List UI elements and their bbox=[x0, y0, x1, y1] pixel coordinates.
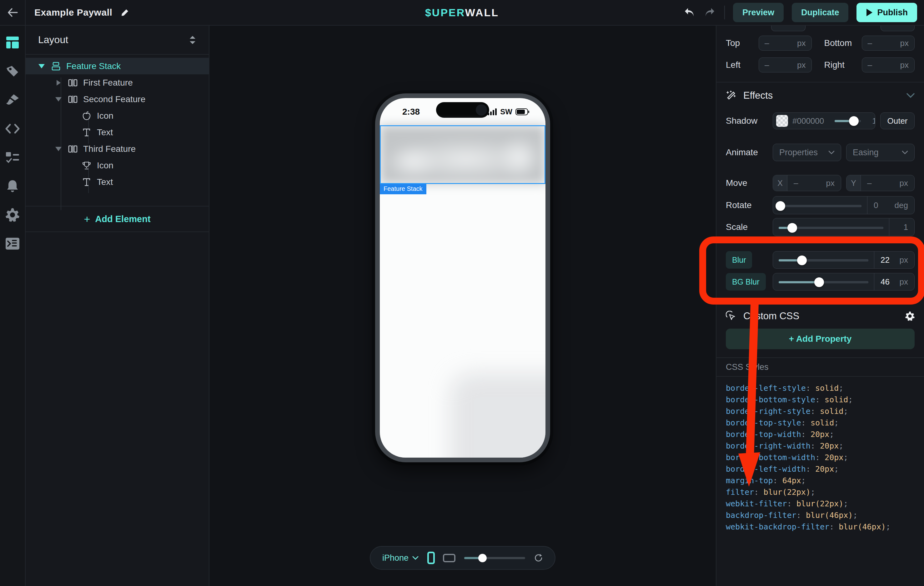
portrait-orientation-button[interactable] bbox=[427, 551, 435, 564]
iphone-screen[interactable]: 2:38 SW Feature Stack bbox=[380, 98, 546, 458]
layout-panel-title: Layout bbox=[38, 34, 68, 46]
columns-icon bbox=[68, 145, 78, 153]
effects-section-title: Effects bbox=[743, 90, 773, 101]
columns-icon bbox=[68, 95, 78, 104]
inspector-panel: Top –px Bottom –px Left –px Right –px bbox=[716, 26, 924, 586]
sort-toggle-icon[interactable] bbox=[189, 35, 196, 44]
status-bar-time: 2:38 bbox=[402, 107, 420, 117]
preview-button[interactable]: Preview bbox=[733, 3, 784, 22]
animate-label: Animate bbox=[726, 147, 773, 158]
refresh-icon[interactable] bbox=[534, 553, 543, 563]
add-property-button[interactable]: + Add Property bbox=[726, 329, 915, 349]
tree-item-label: Feature Stack bbox=[66, 61, 120, 71]
blur-slider[interactable] bbox=[773, 252, 874, 268]
redo-icon[interactable] bbox=[704, 7, 716, 18]
tree-item-text[interactable]: Text bbox=[26, 174, 209, 190]
device-selector[interactable]: iPhone bbox=[382, 553, 419, 563]
tree-item-icon[interactable]: Icon bbox=[26, 157, 209, 174]
cursor-click-icon bbox=[726, 311, 736, 321]
tree-item-second-feature[interactable]: Second Feature bbox=[26, 91, 209, 107]
edit-pencil-icon[interactable] bbox=[120, 8, 130, 17]
status-bar-right: SW bbox=[488, 107, 529, 116]
css-line: margin-top: 64px; bbox=[726, 475, 915, 486]
caret-down-icon[interactable] bbox=[54, 146, 63, 152]
rail-tag-icon[interactable] bbox=[3, 62, 22, 81]
left-input[interactable]: –px bbox=[759, 58, 812, 72]
rotate-control-group: 0deg bbox=[773, 196, 915, 214]
css-code-block[interactable]: border-left-style: solid; border-bottom-… bbox=[726, 382, 915, 533]
tree-item-first-feature[interactable]: First Feature bbox=[26, 74, 209, 91]
rotate-slider[interactable] bbox=[773, 197, 867, 214]
scale-value[interactable]: 1 bbox=[889, 222, 914, 232]
top-bar: Example Paywall $UPERWALL Preview Duplic… bbox=[0, 0, 924, 26]
caret-down-icon[interactable] bbox=[38, 63, 46, 69]
top-label: Top bbox=[726, 38, 759, 48]
stack-icon bbox=[51, 61, 61, 71]
selection-outline bbox=[380, 125, 546, 184]
effects-collapse-chevron[interactable] bbox=[906, 93, 915, 98]
animate-properties-select[interactable]: Properties bbox=[773, 144, 841, 161]
right-input[interactable]: –px bbox=[862, 58, 915, 72]
undo-icon[interactable] bbox=[683, 7, 696, 18]
trophy-icon bbox=[81, 161, 92, 170]
carrier-label: SW bbox=[500, 107, 512, 116]
scale-slider[interactable] bbox=[773, 219, 889, 235]
tree-item-third-feature[interactable]: Third Feature bbox=[26, 141, 209, 157]
device-toolbar: iPhone bbox=[370, 546, 556, 570]
custom-css-settings-gear-icon[interactable] bbox=[905, 311, 915, 321]
publish-button[interactable]: Publish bbox=[856, 3, 917, 22]
bottom-label: Bottom bbox=[824, 38, 862, 48]
move-x-input[interactable]: X –px bbox=[773, 175, 841, 191]
rail-checklist-icon[interactable] bbox=[3, 148, 22, 167]
bg-blur-value[interactable]: 46px bbox=[874, 277, 914, 287]
blur-control-group: 22px bbox=[773, 251, 915, 268]
custom-css-section-title: Custom CSS bbox=[743, 311, 799, 322]
rail-code-icon[interactable] bbox=[3, 119, 22, 138]
superwall-editor: Example Paywall $UPERWALL Preview Duplic… bbox=[0, 0, 924, 586]
bg-blur-chip[interactable]: BG Blur bbox=[726, 273, 766, 290]
css-line: webkit-backdrop-filter: blur(46px); bbox=[726, 521, 915, 533]
rail-layout-icon[interactable] bbox=[3, 33, 22, 52]
rail-bell-icon[interactable] bbox=[3, 177, 22, 196]
canvas-zoom-slider[interactable] bbox=[464, 554, 525, 562]
css-line: border-left-width: 20px; bbox=[726, 463, 915, 475]
bg-blur-slider[interactable] bbox=[773, 273, 874, 290]
feature-stack-selection[interactable]: Feature Stack bbox=[380, 125, 546, 184]
rail-settings-gear-icon[interactable] bbox=[3, 206, 22, 224]
add-element-button[interactable]: + Add Element bbox=[26, 206, 209, 232]
shadow-mode-button[interactable]: Outer bbox=[880, 112, 915, 129]
css-line: webkit-filter: blur(22px); bbox=[726, 498, 915, 509]
top-input[interactable]: –px bbox=[759, 36, 812, 51]
animate-easing-select[interactable]: Easing bbox=[846, 144, 915, 161]
blur-chip[interactable]: Blur bbox=[726, 251, 752, 268]
canvas[interactable]: 2:38 SW Feature Stack bbox=[210, 26, 716, 586]
tree-item-text[interactable]: Text bbox=[26, 124, 209, 141]
shadow-opacity-input[interactable]: 100% bbox=[866, 116, 875, 126]
shadow-hex-value[interactable]: #000000 bbox=[792, 116, 829, 126]
back-button[interactable] bbox=[0, 0, 26, 25]
text-icon bbox=[81, 178, 92, 186]
caret-down-icon[interactable] bbox=[54, 97, 63, 102]
caret-right-icon[interactable] bbox=[54, 80, 63, 86]
document-title: Example Paywall bbox=[35, 7, 112, 18]
shadow-color-swatch[interactable] bbox=[776, 115, 788, 127]
landscape-orientation-button[interactable] bbox=[443, 554, 455, 562]
scale-label: Scale bbox=[726, 222, 773, 232]
rotate-value[interactable]: 0deg bbox=[868, 201, 914, 210]
superwall-logo: $UPERWALL bbox=[425, 7, 499, 19]
css-line: border-top-width: 20px; bbox=[726, 428, 915, 440]
shadow-control-group: #000000 100% bbox=[773, 112, 875, 129]
rail-terminal-icon[interactable] bbox=[3, 234, 22, 253]
shadow-opacity-slider[interactable] bbox=[829, 112, 866, 129]
rail-brush-icon[interactable] bbox=[3, 91, 22, 109]
tree-item-feature-stack[interactable]: Feature Stack bbox=[26, 58, 209, 74]
signal-icon bbox=[488, 109, 497, 115]
magic-wand-icon bbox=[726, 90, 736, 101]
tree-item-label: Icon bbox=[97, 161, 114, 171]
blur-value[interactable]: 22px bbox=[874, 255, 914, 265]
move-y-input[interactable]: Y –px bbox=[846, 175, 915, 191]
tree-item-icon[interactable]: Icon bbox=[26, 107, 209, 124]
bottom-input[interactable]: –px bbox=[862, 36, 915, 51]
device-selector-label: iPhone bbox=[382, 553, 409, 563]
duplicate-button[interactable]: Duplicate bbox=[792, 3, 849, 22]
